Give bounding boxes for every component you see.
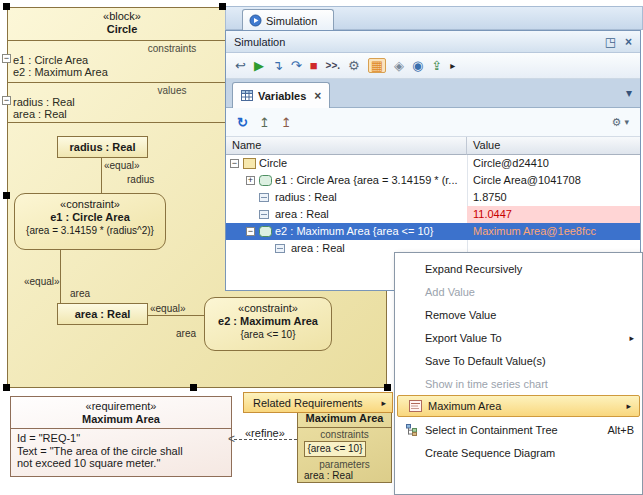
close-tab-icon[interactable]: × — [314, 89, 321, 103]
table-row[interactable]: area : Real 11.0447 — [226, 206, 641, 223]
maximum-area-constraint-block[interactable]: Maximum Area constraints {area <= 10} pa… — [297, 408, 392, 483]
requirement-separator — [11, 428, 231, 429]
max-area-expression-box: {area <= 10} — [304, 441, 366, 457]
simulation-title-bar: Simulation ◳ × — [226, 31, 640, 53]
step-back-icon[interactable]: ↩ — [235, 59, 246, 72]
step-into-icon[interactable]: ↴ — [272, 59, 283, 72]
refine-connector[interactable] — [234, 439, 297, 440]
expand-toggle[interactable]: + — [246, 176, 255, 185]
export-table-alt-icon[interactable]: ↥ — [281, 115, 292, 130]
submenu-item-maximum-area[interactable]: Maximum Area ▸ — [397, 395, 640, 417]
view-options-gear-icon[interactable]: ⚙ — [612, 116, 622, 129]
table-row[interactable]: radius : Real 1.8750 — [226, 189, 641, 206]
menu-item-export-value-to[interactable]: Export Value To ▸ — [395, 326, 642, 349]
selection-handle[interactable] — [190, 384, 197, 391]
terminate-icon[interactable]: ■ — [310, 59, 318, 72]
dock-tab-strip: Simulation — [225, 6, 643, 30]
selection-handle[interactable] — [3, 3, 10, 10]
selection-handle[interactable] — [3, 384, 10, 391]
menu-item-remove-value[interactable]: Remove Value — [395, 303, 642, 326]
e1-stereotype: «constraint» — [15, 198, 165, 210]
binding-connector[interactable] — [101, 158, 102, 193]
max-area-constraints-label: constraints — [298, 429, 391, 440]
max-area-separator — [298, 427, 391, 428]
close-window-icon[interactable]: × — [625, 35, 632, 49]
export-table-icon[interactable]: ↥ — [259, 115, 270, 130]
float-window-icon[interactable]: ◳ — [605, 35, 616, 49]
refresh-icon[interactable]: ↻ — [237, 115, 248, 130]
variables-tab-strip: Variables × ▾ — [226, 79, 640, 108]
menu-item-create-sequence-diagram[interactable]: Create Sequence Diagram — [395, 441, 642, 464]
menu-item-expand-recursively[interactable]: Expand Recursively — [395, 257, 642, 280]
export-results-icon[interactable]: ⇪ — [431, 59, 442, 72]
e2-constraint-box[interactable]: «constraint» e2 : Maximum Area {area <= … — [204, 297, 332, 351]
toolbar-more-icon[interactable]: ▸ — [450, 59, 455, 72]
block-name: Circle — [7, 23, 237, 35]
requirement-icon — [409, 400, 422, 412]
collapse-toggle[interactable]: − — [246, 227, 255, 236]
requirement-name: Maximum Area — [11, 413, 231, 425]
e2-expression: {area <= 10} — [205, 329, 331, 340]
gear-dropdown-icon[interactable]: ▾ — [624, 117, 629, 127]
value-item-area[interactable]: area : Real — [13, 108, 67, 120]
row-value-error: 11.0447 — [467, 206, 641, 223]
binding-connector[interactable] — [148, 315, 204, 316]
row-name: area : Real — [291, 242, 345, 254]
table-row-selected[interactable]: − e2 : Maximum Area {area <= 10} Maximum… — [226, 223, 641, 240]
held-tokens-icon[interactable]: ▦ — [368, 58, 386, 73]
value-property-icon — [259, 192, 270, 203]
compartment-toggle[interactable]: − — [2, 96, 11, 105]
menu-item-time-series-chart: Show in time series chart — [395, 372, 642, 395]
table-row[interactable]: − Circle Circle@d24410 — [226, 155, 641, 172]
block-header: «block» Circle — [7, 10, 237, 35]
simulation-dock-tab[interactable]: Simulation — [242, 9, 334, 31]
selection-handle[interactable] — [384, 384, 391, 391]
row-value: Circle Area@1041708 — [467, 172, 641, 189]
compartment-toggle[interactable]: − — [2, 54, 11, 63]
requirement-text-line1: Text = "The area of the circle shall — [17, 445, 183, 457]
requirement-text-line2: not exceed 10 square meter." — [17, 457, 160, 469]
area-part-box[interactable]: area : Real — [57, 303, 148, 325]
e1-constraint-box[interactable]: «constraint» e1 : Circle Area {area = 3.… — [14, 193, 166, 250]
max-area-parameter: area : Real — [304, 470, 353, 481]
connector-label-radius: radius — [127, 174, 154, 185]
variables-tab-label: Variables — [258, 90, 306, 102]
options-gear-icon[interactable]: ⚙ — [348, 59, 360, 72]
tab-list-chevron-icon[interactable]: ▾ — [626, 86, 632, 100]
max-area-name: Maximum Area — [298, 412, 391, 424]
value-item-radius[interactable]: radius : Real — [13, 96, 75, 108]
connector-label-equal: «equal» — [150, 303, 186, 314]
menu-item-select-in-containment-tree[interactable]: Select in Containment Tree Alt+B — [395, 418, 642, 441]
constraint-item-e1[interactable]: e1 : Circle Area — [13, 54, 88, 66]
selection-handle[interactable] — [219, 3, 226, 10]
radius-part-box[interactable]: radius : Real — [57, 136, 148, 158]
run-icon[interactable]: ▶ — [254, 59, 264, 72]
menu-item-related-requirements[interactable]: Related Requirements ▸ — [243, 392, 393, 413]
column-header-name[interactable]: Name — [226, 137, 467, 155]
menu-item-save-to-default[interactable]: Save To Default Value(s) — [395, 349, 642, 372]
refine-arrowhead-icon: < — [228, 432, 235, 446]
selection-handle[interactable] — [3, 192, 10, 199]
row-name: Circle — [259, 157, 287, 169]
collapse-toggle[interactable]: − — [230, 159, 239, 168]
table-row[interactable]: + e1 : Circle Area {area = 3.14159 * (r.… — [226, 172, 641, 189]
block-icon — [243, 158, 256, 169]
variables-tab[interactable]: Variables × — [232, 82, 330, 109]
requirement-box[interactable]: «requirement» Maximum Area Id = "REQ-1" … — [10, 396, 232, 477]
animation-speed-button[interactable]: >>. — [326, 59, 340, 72]
column-header-value[interactable]: Value — [467, 137, 641, 155]
menu-item-add-value: Add Value — [395, 280, 642, 303]
breakpoints-icon[interactable]: ◈ — [394, 59, 404, 72]
record-icon[interactable]: ◉ — [412, 59, 423, 72]
window-title: Simulation — [234, 36, 285, 48]
simulation-toolbar: ↩ ▶ ↴ ↷ ■ >>. ⚙ ▦ ◈ ◉ ⇪ ▸ — [226, 53, 640, 79]
row-value: Circle@d24410 — [467, 155, 641, 172]
constraint-item-e2[interactable]: e2 : Maximum Area — [13, 66, 108, 78]
max-area-parameters-label: parameters — [298, 459, 391, 470]
variables-toolbar: ↻ ↥ ↥ ⚙ ▾ — [226, 108, 640, 137]
containment-tree-icon — [406, 424, 419, 436]
row-value: Maximum Area@1ee8fcc — [467, 223, 641, 240]
table-icon — [241, 90, 253, 101]
step-over-icon[interactable]: ↷ — [291, 59, 302, 72]
binding-connector[interactable] — [60, 250, 61, 303]
